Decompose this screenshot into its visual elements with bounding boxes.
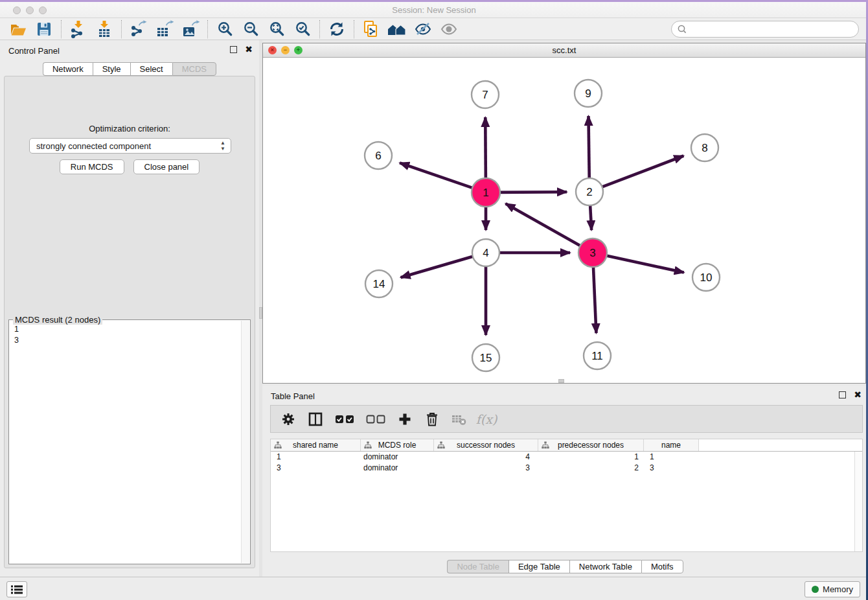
mcds-result-box: MCDS result (2 nodes) 1 3 xyxy=(8,319,251,564)
control-panel-header: Control Panel ✖ xyxy=(0,40,259,60)
function-builder-icon[interactable]: f(x) xyxy=(478,411,495,428)
graph-edge-2-8[interactable] xyxy=(601,156,684,187)
canvas-scrollbar-nub[interactable] xyxy=(558,379,564,383)
refresh-icon[interactable] xyxy=(324,19,350,39)
graph-node-label-4: 4 xyxy=(483,247,488,259)
search-icon xyxy=(677,24,687,34)
control-panel-tabs: Network Style Select MCDS xyxy=(0,62,259,76)
network-view-window: × − + scc.txt 1234678910111415 xyxy=(262,43,866,384)
node-table: shared name MCDS role successor nodes pr… xyxy=(270,439,863,552)
table-panel-header: Table Panel ✖ xyxy=(262,386,868,405)
memory-status-icon xyxy=(812,586,819,593)
sort-tree-icon xyxy=(542,441,549,449)
open-file-icon[interactable] xyxy=(5,19,31,39)
graph-edge-1-6[interactable] xyxy=(400,163,474,188)
cell-successor-nodes[interactable]: 3 xyxy=(434,463,538,474)
memory-button[interactable]: Memory xyxy=(805,581,860,597)
home-layout-icon[interactable] xyxy=(384,19,410,39)
toolbar-separator xyxy=(121,20,122,38)
tab-node-table[interactable]: Node Table xyxy=(447,560,508,573)
float-table-panel-icon[interactable] xyxy=(839,391,846,398)
float-panel-icon[interactable] xyxy=(230,46,237,53)
graph-edge-4-14[interactable] xyxy=(401,256,474,277)
cell-shared-name[interactable]: 1 xyxy=(271,452,361,463)
graph-edge-2-3[interactable] xyxy=(590,204,591,230)
toolbar-separator xyxy=(61,20,62,38)
zoom-selected-icon[interactable] xyxy=(290,19,315,39)
search-input[interactable] xyxy=(687,23,858,36)
graph-edge-1-2[interactable] xyxy=(498,192,567,192)
toolbar-separator xyxy=(319,20,320,38)
optimization-criterion-label: Optimization criterion: xyxy=(5,124,255,133)
column-header-mcds-role[interactable]: MCDS role xyxy=(361,439,434,451)
cell-predecessor-nodes[interactable]: 1 xyxy=(538,452,644,463)
column-view-icon[interactable] xyxy=(307,411,324,428)
select-all-checks-icon[interactable] xyxy=(334,411,355,428)
graph-edge-3-1[interactable] xyxy=(505,203,582,246)
cell-mcds-role[interactable]: dominator xyxy=(361,463,434,474)
export-table-icon[interactable] xyxy=(152,19,177,39)
toolbar-separator xyxy=(207,20,208,38)
table-row[interactable]: 3 dominator 3 2 3 xyxy=(271,463,862,474)
zoom-in-icon[interactable] xyxy=(212,19,238,39)
cell-shared-name[interactable]: 3 xyxy=(271,463,361,474)
close-panel-button[interactable]: Close panel xyxy=(133,159,200,174)
mcds-result-scrollbar[interactable] xyxy=(241,321,249,563)
cell-name[interactable]: 3 xyxy=(644,463,699,474)
tab-style[interactable]: Style xyxy=(93,62,130,76)
column-header-name[interactable]: name xyxy=(644,439,699,451)
zoom-fit-icon[interactable] xyxy=(264,19,290,39)
run-mcds-button[interactable]: Run MCDS xyxy=(60,159,124,174)
dropdown-selected-value: strongly connected component xyxy=(36,141,151,151)
cell-mcds-role[interactable]: dominator xyxy=(361,452,434,463)
network-view-title: scc.txt xyxy=(263,45,865,55)
graph-edge-1-7[interactable] xyxy=(485,117,486,180)
duplicate-network-icon[interactable] xyxy=(358,19,384,39)
table-tabs: Node Table Edge Table Network Table Moti… xyxy=(262,560,868,573)
zoom-out-icon[interactable] xyxy=(238,19,264,39)
tab-select[interactable]: Select xyxy=(130,62,172,76)
tab-edge-table[interactable]: Edge Table xyxy=(508,560,569,573)
graph-edge-3-11[interactable] xyxy=(593,265,597,333)
hide-graphics-details-icon[interactable] xyxy=(410,19,436,39)
graph-edge-2-9[interactable] xyxy=(588,116,589,179)
close-table-panel-icon[interactable]: ✖ xyxy=(854,389,862,400)
deselect-checks-icon[interactable] xyxy=(365,411,386,428)
tab-motifs[interactable]: Motifs xyxy=(641,560,683,573)
graph-node-label-10: 10 xyxy=(700,271,713,284)
save-session-icon[interactable] xyxy=(31,19,57,39)
graph-node-label-9: 9 xyxy=(585,87,591,100)
cell-predecessor-nodes[interactable]: 2 xyxy=(538,463,644,474)
mcds-panel-body: Optimization criterion: strongly connect… xyxy=(4,76,255,568)
sort-tree-icon xyxy=(274,441,282,449)
column-header-successor-nodes[interactable]: successor nodes xyxy=(434,439,538,451)
table-options-icon[interactable] xyxy=(280,411,297,428)
graph-node-label-1: 1 xyxy=(483,187,488,199)
delete-columns-icon[interactable] xyxy=(424,411,440,428)
tab-network-table[interactable]: Network Table xyxy=(569,560,641,573)
column-header-predecessor-nodes[interactable]: predecessor nodes xyxy=(538,439,644,451)
export-image-icon[interactable] xyxy=(177,19,203,39)
export-network-icon[interactable] xyxy=(126,19,152,39)
optimization-criterion-select[interactable]: strongly connected component ▲▼ xyxy=(29,138,231,154)
tab-mcds[interactable]: MCDS xyxy=(172,62,216,76)
graph-node-label-3: 3 xyxy=(589,247,595,259)
tab-network[interactable]: Network xyxy=(43,62,93,76)
column-header-shared-name[interactable]: shared name xyxy=(271,439,361,451)
cell-name[interactable]: 1 xyxy=(644,452,699,463)
cell-successor-nodes[interactable]: 4 xyxy=(434,452,538,463)
create-column-icon[interactable] xyxy=(396,411,413,428)
close-panel-icon[interactable]: ✖ xyxy=(245,44,253,54)
show-graphics-details-icon[interactable] xyxy=(436,19,462,39)
control-panel: Control Panel ✖ Network Style Select MCD… xyxy=(0,40,259,577)
delete-table-icon[interactable] xyxy=(451,411,468,428)
task-history-button[interactable] xyxy=(6,581,27,597)
import-table-icon[interactable] xyxy=(91,19,117,39)
table-scrollbar[interactable] xyxy=(854,452,862,551)
network-window-titlebar: × − + scc.txt xyxy=(263,43,865,58)
graph-edge-3-10[interactable] xyxy=(605,255,684,273)
table-row[interactable]: 1 dominator 4 1 1 xyxy=(271,452,862,463)
network-canvas[interactable]: 1234678910111415 xyxy=(263,58,865,383)
import-network-icon[interactable] xyxy=(65,19,91,39)
mcds-result-list[interactable]: 1 3 xyxy=(9,321,24,349)
